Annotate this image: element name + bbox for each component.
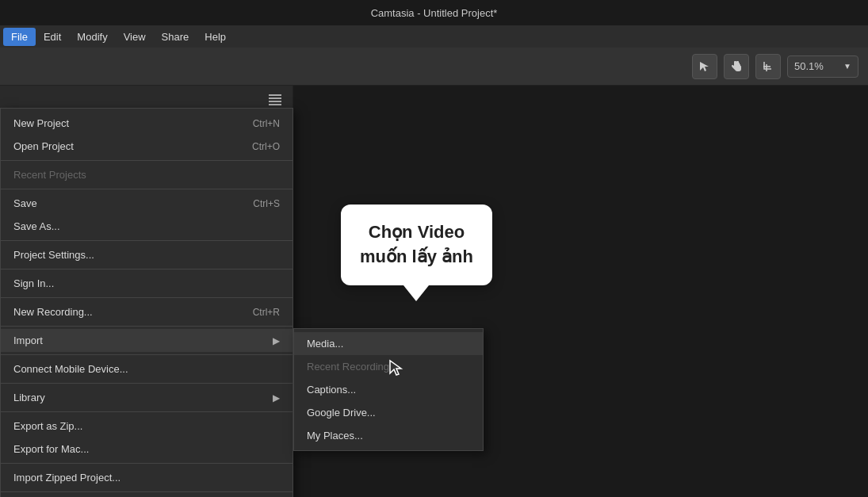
save-shortcut: Ctrl+S bbox=[253, 198, 280, 209]
library-arrow-icon: ▶ bbox=[273, 392, 280, 403]
separator-1 bbox=[1, 160, 293, 161]
submenu-my-places-label: My Places... bbox=[307, 430, 363, 442]
open-project-label: Open Project bbox=[13, 140, 74, 152]
menu-bar: File Edit Modify View Share Help bbox=[0, 25, 868, 48]
menu-edit[interactable]: Edit bbox=[36, 28, 69, 46]
menu-item-new-recording[interactable]: New Recording... Ctrl+R bbox=[1, 300, 293, 323]
svg-rect-0 bbox=[269, 94, 281, 96]
import-zipped-label: Import Zipped Project... bbox=[13, 472, 120, 484]
menu-item-import[interactable]: Import ▶ bbox=[1, 329, 293, 352]
project-settings-label: Project Settings... bbox=[13, 249, 94, 261]
import-arrow-icon: ▶ bbox=[273, 335, 280, 346]
submenu-media-label: Media... bbox=[307, 338, 343, 350]
save-as-label: Save As... bbox=[13, 220, 60, 232]
sign-in-label: Sign In... bbox=[13, 277, 54, 289]
new-recording-shortcut: Ctrl+R bbox=[253, 307, 280, 318]
zoom-value: 50.1% bbox=[794, 60, 824, 72]
submenu-item-google-drive[interactable]: Google Drive... bbox=[294, 401, 483, 424]
menu-view[interactable]: View bbox=[116, 28, 154, 46]
menu-help[interactable]: Help bbox=[197, 28, 234, 46]
separator-2 bbox=[1, 189, 293, 189]
submenu-captions-label: Captions... bbox=[307, 384, 356, 396]
new-project-label: New Project bbox=[13, 117, 69, 129]
crop-tool-button[interactable] bbox=[755, 54, 781, 79]
menu-item-project-settings[interactable]: Project Settings... bbox=[1, 243, 293, 266]
submenu-recent-recordings-label: Recent Recordings bbox=[307, 361, 395, 373]
svg-rect-3 bbox=[269, 104, 281, 105]
new-recording-label: New Recording... bbox=[13, 306, 93, 318]
file-dropdown-menu: New Project Ctrl+N Open Project Ctrl+O R… bbox=[0, 108, 293, 497]
menu-item-recent-projects: Recent Projects bbox=[1, 163, 293, 186]
export-mac-label: Export for Mac... bbox=[13, 443, 89, 455]
window-title: Camtasia - Untitled Project* bbox=[371, 7, 498, 19]
connect-mobile-label: Connect Mobile Device... bbox=[13, 363, 128, 375]
open-project-shortcut: Ctrl+O bbox=[252, 141, 280, 152]
menu-modify[interactable]: Modify bbox=[69, 28, 115, 46]
import-submenu: Media... Recent Recordings Captions... G… bbox=[293, 328, 484, 451]
menu-share[interactable]: Share bbox=[154, 28, 197, 46]
separator-6 bbox=[1, 326, 293, 327]
import-label: Import bbox=[13, 335, 43, 346]
menu-item-sign-in[interactable]: Sign In... bbox=[1, 272, 293, 295]
menu-item-new-project[interactable]: New Project Ctrl+N bbox=[1, 112, 293, 135]
title-bar: Camtasia - Untitled Project* bbox=[0, 0, 868, 25]
zoom-dropdown-arrow: ▼ bbox=[843, 62, 851, 71]
main-content: Media bbox=[0, 86, 868, 497]
zoom-level-select[interactable]: 50.1% ▼ bbox=[787, 55, 858, 78]
separator-9 bbox=[1, 411, 293, 412]
menu-item-connect-mobile[interactable]: Connect Mobile Device... bbox=[1, 357, 293, 380]
svg-rect-2 bbox=[269, 101, 281, 102]
pan-tool-button[interactable] bbox=[724, 54, 749, 79]
separator-7 bbox=[1, 354, 293, 355]
export-zip-label: Export as Zip... bbox=[13, 420, 82, 432]
svg-rect-1 bbox=[269, 97, 281, 99]
submenu-item-captions[interactable]: Captions... bbox=[294, 378, 483, 401]
submenu-item-recent-recordings: Recent Recordings bbox=[294, 355, 483, 378]
separator-3 bbox=[1, 240, 293, 241]
submenu-google-drive-label: Google Drive... bbox=[307, 407, 376, 419]
save-label: Save bbox=[13, 197, 37, 209]
submenu-item-my-places[interactable]: My Places... bbox=[294, 424, 483, 447]
menu-item-export-mac[interactable]: Export for Mac... bbox=[1, 438, 293, 461]
menu-item-save[interactable]: Save Ctrl+S bbox=[1, 192, 293, 215]
menu-item-save-as[interactable]: Save As... bbox=[1, 215, 293, 238]
separator-8 bbox=[1, 383, 293, 384]
new-project-shortcut: Ctrl+N bbox=[253, 118, 280, 129]
menu-file[interactable]: File bbox=[3, 28, 36, 46]
separator-10 bbox=[1, 463, 293, 464]
menu-item-export-zip[interactable]: Export as Zip... bbox=[1, 415, 293, 438]
separator-11 bbox=[1, 491, 293, 492]
submenu-item-media[interactable]: Media... bbox=[294, 332, 483, 355]
library-label: Library bbox=[13, 392, 45, 403]
separator-4 bbox=[1, 269, 293, 270]
select-tool-button[interactable] bbox=[692, 54, 717, 79]
recent-projects-label: Recent Projects bbox=[13, 169, 86, 181]
menu-item-import-zipped[interactable]: Import Zipped Project... bbox=[1, 466, 293, 489]
separator-5 bbox=[1, 297, 293, 298]
menu-item-open-project[interactable]: Open Project Ctrl+O bbox=[1, 135, 293, 158]
toolbar: 50.1% ▼ bbox=[0, 48, 868, 86]
menu-item-library[interactable]: Library ▶ bbox=[1, 386, 293, 409]
